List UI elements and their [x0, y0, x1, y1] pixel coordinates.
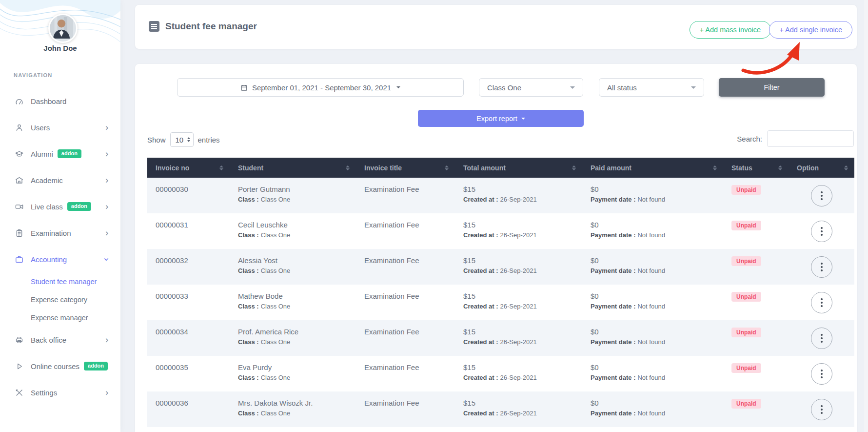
row-options-button[interactable] [811, 328, 832, 349]
column-header-paid-amount[interactable]: Paid amount [582, 158, 723, 178]
row-options-button[interactable] [811, 399, 832, 420]
payment-date: Payment date :Not found [591, 338, 723, 346]
column-header-invoice-title[interactable]: Invoice title [356, 158, 455, 178]
sidebar-item-online-courses[interactable]: Online courses addon [0, 353, 120, 379]
scrollbar-track [864, 0, 868, 432]
add-mass-invoice-button[interactable]: + Add mass invoice [690, 21, 771, 39]
content-card: September 01, 2021 - September 30, 2021 … [135, 64, 857, 432]
cell-option [789, 356, 854, 391]
cell-status: Unpaid [723, 178, 789, 213]
created-at: Created at :26-Sep-2021 [463, 196, 582, 203]
cell-invoice-no: 00000035 [147, 356, 230, 391]
invoice-no: 00000036 [156, 399, 230, 407]
student-name: Cecil Leuschke [238, 221, 356, 229]
sidebar-item-settings[interactable]: Settings › [0, 379, 120, 406]
table-row: 00000034 Prof. America RiceClass :Class … [147, 320, 854, 356]
invoice-table: Invoice no Student Invoice title Total a… [147, 158, 854, 427]
table-row: 00000033 Mathew BodeClass :Class One Exa… [147, 285, 854, 320]
clipboard-icon [15, 228, 24, 238]
row-options-button[interactable] [811, 256, 832, 278]
sidebar-item-label: Alumni [31, 150, 53, 158]
sidebar-item-users[interactable]: Users › [0, 114, 120, 141]
user-name: John Doe [0, 44, 120, 52]
add-single-invoice-button[interactable]: + Add single invoice [769, 21, 852, 39]
cell-paid-amount: $0Payment date :Not found [582, 356, 723, 391]
date-range-picker[interactable]: September 01, 2021 - September 30, 2021 [177, 78, 464, 97]
chevron-down-icon: › [102, 257, 112, 261]
date-range-value: September 01, 2021 - September 30, 2021 [252, 83, 391, 92]
row-options-button[interactable] [811, 185, 832, 206]
export-report-button[interactable]: Export report [418, 110, 584, 127]
sidebar-item-back-office[interactable]: Back office › [0, 327, 120, 353]
student-name: Porter Gutmann [238, 185, 356, 193]
student-class: Class :Class One [238, 196, 356, 203]
cell-invoice-no: 00000034 [147, 320, 230, 356]
sidebar-item-dashboard[interactable]: Dashboard [0, 88, 120, 114]
invoice-no: 00000030 [156, 185, 230, 193]
cell-status: Unpaid [723, 249, 789, 285]
kebab-icon [821, 409, 823, 411]
row-options-button[interactable] [811, 221, 832, 242]
chevron-right-icon: › [105, 388, 109, 397]
sidebar-subitem-expense-category[interactable]: Expense category [0, 290, 120, 309]
chevron-right-icon: › [105, 149, 109, 159]
sidebar-item-alumni[interactable]: Alumni addon › [0, 141, 120, 167]
payment-date: Payment date :Not found [591, 410, 723, 417]
created-at: Created at :26-Sep-2021 [463, 338, 582, 346]
student-name: Alessia Yost [238, 256, 356, 265]
page-header: Student fee manager + Add mass invoice +… [135, 5, 857, 49]
search-input[interactable] [767, 130, 854, 147]
sidebar-subitem-expense-manager[interactable]: Expense manager [0, 309, 120, 327]
status-badge: Unpaid [731, 185, 761, 195]
sidebar-item-academic[interactable]: Academic › [0, 167, 120, 193]
sidebar-item-accounting[interactable]: Accounting › [0, 246, 120, 272]
kebab-icon [821, 230, 823, 232]
invoice-no: 00000034 [156, 328, 230, 336]
chevron-right-icon: › [105, 335, 109, 345]
cell-option [789, 320, 854, 356]
search-label: Search: [737, 135, 762, 143]
column-header-status[interactable]: Status [723, 158, 789, 178]
filter-button[interactable]: Filter [719, 78, 825, 97]
sort-icon [219, 165, 223, 170]
student-name: Mathew Bode [238, 292, 356, 300]
caret-down-icon [521, 118, 525, 120]
sidebar-subitem-student-fee-manager[interactable]: Student fee manager [0, 272, 120, 290]
status-badge: Unpaid [731, 292, 761, 302]
sidebar-item-examination[interactable]: Examination › [0, 220, 120, 246]
avatar[interactable] [48, 14, 78, 43]
sidebar-item-live-class[interactable]: Live class addon › [0, 193, 120, 220]
column-header-invoice-no[interactable]: Invoice no [147, 158, 230, 178]
cell-student: Eva PurdyClass :Class One [230, 356, 356, 391]
created-at: Created at :26-Sep-2021 [463, 374, 582, 381]
cell-paid-amount: $0Payment date :Not found [582, 285, 723, 320]
column-header-total-amount[interactable]: Total amount [455, 158, 582, 178]
page-size-value: 10 [176, 136, 184, 144]
cell-total-amount: $15Created at :26-Sep-2021 [455, 320, 582, 356]
column-header-student[interactable]: Student [230, 158, 356, 178]
cell-status: Unpaid [723, 213, 789, 249]
status-badge: Unpaid [731, 256, 761, 266]
student-name: Mrs. Dakota Wisozk Jr. [238, 399, 356, 407]
column-header-option[interactable]: Option [789, 158, 854, 178]
kebab-icon [821, 266, 823, 268]
status-select[interactable]: All status [599, 78, 704, 97]
student-class: Class :Class One [238, 231, 356, 239]
status-badge: Unpaid [731, 399, 761, 409]
sidebar-item-label: Academic [31, 176, 63, 185]
row-options-button[interactable] [811, 363, 832, 385]
cell-option [789, 213, 854, 249]
cell-status: Unpaid [723, 391, 789, 427]
page-size-select[interactable]: 10 [170, 132, 194, 147]
row-options-button[interactable] [811, 292, 832, 313]
cell-student: Prof. America RiceClass :Class One [230, 320, 356, 356]
cell-invoice-title: Examination Fee [356, 178, 455, 213]
chevron-right-icon: › [105, 176, 109, 185]
sidebar-item-label: Online courses [31, 362, 79, 370]
payment-date: Payment date :Not found [591, 267, 723, 274]
class-select[interactable]: Class One [479, 78, 583, 97]
student-class: Class :Class One [238, 338, 356, 346]
chevron-right-icon: › [105, 202, 109, 211]
cell-option [789, 178, 854, 213]
cell-option [789, 249, 854, 285]
